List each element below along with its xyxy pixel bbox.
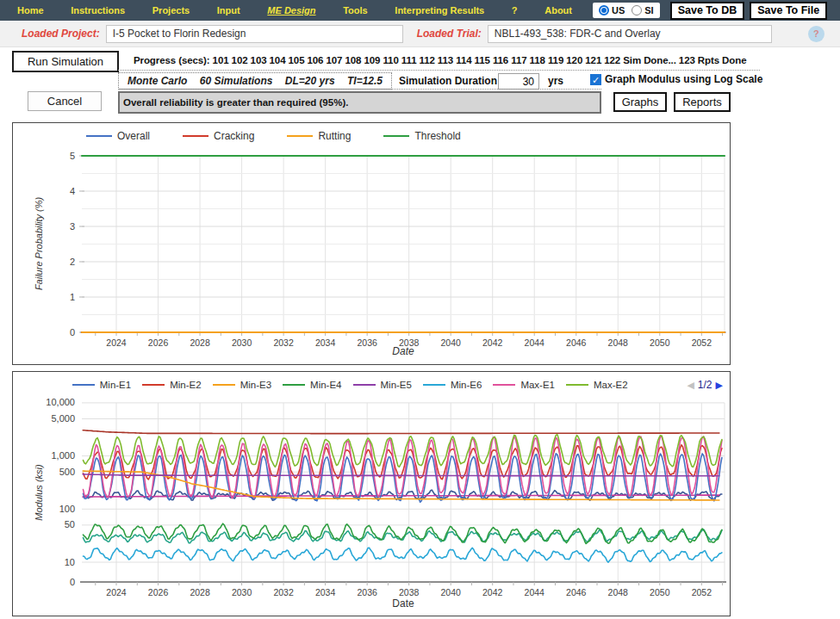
legend-swatch [213, 384, 235, 386]
radio-us-icon[interactable] [599, 5, 609, 15]
legend-item-min-e2: Min-E2 [142, 380, 201, 390]
legend-label: Threshold [414, 130, 460, 142]
svg-text:2046: 2046 [566, 587, 587, 597]
graphs-button[interactable]: Graphs [613, 92, 667, 112]
modulus-chart-plot: 10,0005,0001,000500100501002024202620282… [13, 394, 730, 616]
legend-item-threshold: Threshold [383, 130, 460, 142]
svg-text:2032: 2032 [273, 587, 294, 597]
menu-item-about[interactable]: About [544, 5, 572, 15]
menu-item-instructions[interactable]: Instructions [71, 5, 125, 15]
svg-text:4: 4 [70, 186, 75, 196]
svg-text:0: 0 [70, 327, 75, 337]
save-to-db-button[interactable]: Save To DB [670, 2, 745, 20]
units-toggle: US SI [593, 3, 660, 18]
svg-text:2036: 2036 [357, 587, 377, 597]
monte-carlo-segment: Monte Carlo [128, 75, 187, 87]
legend-swatch [383, 135, 409, 137]
legend-label: Min-E6 [451, 380, 482, 390]
menu-item-input[interactable]: Input [217, 5, 240, 15]
svg-text:5,000: 5,000 [51, 413, 75, 424]
loaded-trial-input[interactable] [488, 25, 772, 43]
save-to-file-button[interactable]: Save To File [750, 2, 827, 20]
legend-next-icon[interactable]: ▶ [716, 380, 723, 391]
run-simulation-button[interactable]: Run Simulation [12, 51, 119, 72]
log-scale-checkbox-row[interactable]: Graph Modulus using Log Scale [590, 73, 762, 85]
legend-swatch [86, 135, 112, 137]
legend-swatch [493, 384, 515, 386]
svg-text:2026: 2026 [148, 587, 169, 597]
loaded-trial-label: Loaded Trial: [417, 28, 482, 40]
project-bar: Loaded Project: Loaded Trial: ? [0, 21, 840, 47]
menu-item-tools[interactable]: Tools [343, 5, 368, 15]
radio-si-icon[interactable] [632, 5, 642, 15]
menu-bar: HomeInstructionsProjectsInputME DesignTo… [0, 0, 840, 21]
svg-text:10: 10 [65, 557, 75, 567]
monte-carlo-segment: DL=20 yrs [285, 75, 335, 87]
legend-swatch [72, 384, 95, 386]
help-icon[interactable]: ? [808, 26, 824, 42]
svg-text:1,000: 1,000 [51, 450, 75, 461]
menu-item-interpreting-results[interactable]: Interpreting Results [395, 5, 484, 15]
svg-text:5: 5 [70, 151, 75, 161]
svg-text:2: 2 [70, 257, 75, 267]
svg-text:3: 3 [70, 221, 75, 232]
menu-item-projects[interactable]: Projects [152, 5, 190, 15]
svg-text:0: 0 [70, 577, 75, 587]
simulation-duration-input[interactable] [498, 73, 539, 90]
monte-carlo-segment: TI=12.5 [347, 75, 383, 87]
svg-text:100: 100 [59, 504, 75, 514]
svg-text:2038: 2038 [399, 587, 420, 597]
failure-probability-chart: OverallCrackingRuttingThreshold Failure … [12, 122, 731, 365]
menu-item-me-design[interactable]: ME Design [267, 5, 315, 15]
svg-text:2024: 2024 [106, 587, 127, 597]
svg-text:2034: 2034 [315, 587, 336, 597]
legend-page-indicator: 1/2 [698, 379, 712, 391]
cancel-button[interactable]: Cancel [28, 91, 102, 111]
radio-si-label: SI [644, 5, 653, 15]
dashed-divider-bottom [118, 89, 601, 90]
legend-label: Cracking [214, 130, 254, 142]
log-scale-checkbox-label: Graph Modulus using Log Scale [605, 73, 762, 85]
legend-swatch [183, 135, 208, 137]
radio-us[interactable]: US [599, 5, 625, 15]
legend-prev-icon[interactable]: ◀ [687, 380, 694, 391]
legend-item-min-e3: Min-E3 [213, 380, 271, 390]
modulus-chart: Min-E1Min-E2Min-E3Min-E4Min-E5Min-E6Max-… [12, 371, 731, 616]
svg-text:2050: 2050 [650, 587, 670, 597]
legend-swatch [287, 135, 313, 137]
legend-label: Min-E4 [310, 380, 341, 390]
svg-text:2044: 2044 [525, 587, 545, 597]
svg-text:2052: 2052 [692, 587, 712, 597]
radio-us-label: US [612, 5, 625, 15]
legend-item-min-e1: Min-E1 [72, 380, 131, 390]
main-menu: HomeInstructionsProjectsInputME DesignTo… [0, 5, 593, 15]
monte-carlo-segment: 60 Simulations [200, 75, 273, 87]
legend-item-overall: Overall [86, 130, 150, 142]
legend-pager: ◀ 1/2 ▶ [687, 379, 723, 391]
legend-swatch [283, 384, 305, 386]
svg-text:500: 500 [59, 467, 75, 477]
menu-item-[interactable]: ? [512, 5, 518, 15]
reliability-status-text: Overall reliability is greater than requ… [123, 97, 348, 108]
legend-swatch [353, 384, 376, 386]
menu-item-home[interactable]: Home [17, 5, 44, 15]
svg-text:50: 50 [65, 519, 75, 529]
radio-si[interactable]: SI [632, 5, 653, 15]
checkbox-checked-icon[interactable] [590, 74, 601, 85]
legend-item-max-e2: Max-E2 [566, 380, 628, 390]
reports-button[interactable]: Reports [674, 92, 731, 112]
progress-text: Progress (secs): 101 102 103 104 105 106… [134, 55, 746, 65]
legend-swatch [423, 384, 445, 386]
legend-label: Min-E5 [381, 380, 412, 390]
dashed-divider-top [118, 70, 760, 71]
svg-text:2028: 2028 [190, 587, 210, 597]
loaded-project-input[interactable] [106, 25, 403, 43]
legend-label: Max-E1 [520, 380, 555, 390]
svg-text:10,000: 10,000 [46, 397, 75, 407]
legend-label: Max-E2 [594, 380, 628, 390]
failure-chart-legend: OverallCrackingRuttingThreshold [86, 130, 461, 142]
reliability-status-box: Overall reliability is greater than requ… [118, 91, 601, 114]
failure-chart-plot: 0123452024202620282030203220342036203820… [13, 147, 730, 362]
legend-label: Overall [117, 130, 150, 142]
legend-item-min-e4: Min-E4 [283, 380, 341, 390]
